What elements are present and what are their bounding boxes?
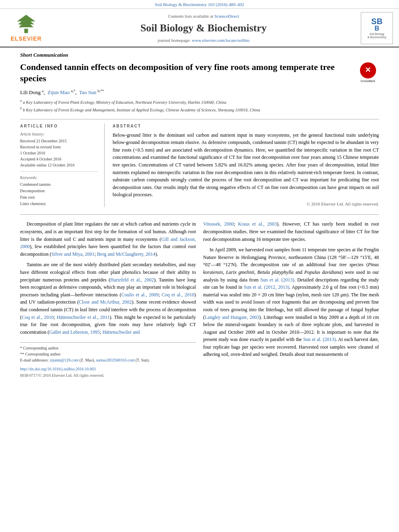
email-2-link[interactable]: suntao2832940163.com <box>96 358 135 362</box>
keywords-section: Keywords: Condensed tannins Decompositio… <box>20 175 98 207</box>
footnote-email-line: E-mail addresses: zijunm@126.com (Z. Mao… <box>20 357 196 363</box>
main-body-columns: Decomposition of plant litter regulates … <box>20 214 379 378</box>
affiliation-b: b b Key Laboratory of Forest Ecology and… <box>20 106 379 113</box>
svg-rect-0 <box>24 29 28 33</box>
abstract-panel: ABSTRACT Below-ground litter is the domi… <box>113 123 379 207</box>
affiliation-a: a a Key Laboratory of Forest Plant Ecolo… <box>20 99 379 105</box>
history-label: Article history: <box>20 131 98 137</box>
journal-title: Soil Biology & Biochemistry <box>140 21 267 35</box>
email-1-link[interactable]: zijunm@126.com <box>49 358 78 362</box>
ref-hartzfeld[interactable]: Hartzfeld et al., 2002 <box>110 277 154 283</box>
crossmark-badge[interactable]: ✕ CrossMark <box>357 62 379 84</box>
elsevier-tree-icon <box>14 14 38 34</box>
abstract-text: Below-ground litter is the dominant soil… <box>113 131 379 199</box>
ref-coq-2010b[interactable]: Coq et al., 2010 <box>22 314 54 320</box>
journal-center-info: Contents lists available at ScienceDirec… <box>52 12 355 44</box>
info-divider <box>20 171 98 172</box>
footnote-corresponding-1: * Corresponding author. <box>20 345 196 351</box>
keyword-4: Litter chemistry <box>20 201 98 207</box>
logo-letters: SB <box>371 17 383 25</box>
body-left-column: Decomposition of plant litter regulates … <box>20 220 196 378</box>
author-zijun-link[interactable]: Zijun Mao <box>47 89 70 95</box>
article-info-panel: ARTICLE INFO Article history: Received 2… <box>20 123 105 207</box>
ref-vitousek[interactable]: Vitousek, 2000 <box>203 221 234 227</box>
article-history-section: Article history: Received 21 December 20… <box>20 131 98 168</box>
crossmark-label: CrossMark <box>360 79 375 83</box>
article-type: Short Communication <box>20 51 379 59</box>
ref-coulis[interactable]: Coulis et al., 2009 <box>121 292 158 298</box>
logo-subtitle: Soil Biology& Biochemistry <box>368 33 387 39</box>
article-body: Short Communication Condensed tannin eff… <box>0 47 399 382</box>
logo-letters-b: B <box>374 25 379 32</box>
journal-logo-area: SB B Soil Biology& Biochemistry <box>355 12 399 44</box>
journal-logo-box: SB B Soil Biology& Biochemistry <box>361 12 393 44</box>
contents-available-line: Contents lists available at ScienceDirec… <box>168 13 239 19</box>
article-info-heading: ARTICLE INFO <box>20 123 98 129</box>
ref-gallet[interactable]: Gallet and Lebreton, 1995 <box>49 329 100 335</box>
keyword-2: Decomposition <box>20 188 98 194</box>
sciencedirect-link[interactable]: ScienceDirect <box>214 14 239 18</box>
ref-hattenschwiler[interactable]: Hättenschwiler et al., 2011 <box>57 314 110 320</box>
journal-reference-text: Soil Biology & Biochemistry 103 (2016) 4… <box>155 2 244 7</box>
ref-coq-2010[interactable]: Coq et al., 2010 <box>162 292 194 298</box>
ref-gill-jackson[interactable]: Gill and Jackson, 2000 <box>20 236 196 250</box>
article-title-text: Condensed tannin effects on decompositio… <box>20 62 335 84</box>
email-1-name: (Z. Mao), <box>80 358 95 362</box>
journal-header: ELSEVIER Contents lists available at Sci… <box>0 9 399 47</box>
journal-homepage-line: journal homepage: www.elsevier.com/locat… <box>158 37 249 43</box>
body-para-1: Decomposition of plant litter regulates … <box>20 220 196 258</box>
elsevier-logo-area: ELSEVIER <box>0 12 52 44</box>
keyword-1: Condensed tannins <box>20 181 98 188</box>
accepted-date: Accepted 4 October 2016 <box>20 156 98 162</box>
footnotes-area: * Corresponding author. ** Corresponding… <box>20 342 196 363</box>
contents-label: Contents lists available at <box>168 14 213 18</box>
doi-line[interactable]: http://dx.doi.org/10.1016/j.soilbio.2016… <box>20 366 196 372</box>
ref-langley[interactable]: Langley and Hungate, 2003 <box>205 314 259 320</box>
email-2-name: (T. Sun). <box>136 358 150 362</box>
keyword-3: Fine root <box>20 194 98 201</box>
issn-line: 0038-0717/© 2016 Elsevier Ltd. All right… <box>20 373 196 378</box>
abstract-heading: ABSTRACT <box>113 123 379 129</box>
body-para-2: Tannins are one of the most widely distr… <box>20 261 196 336</box>
svg-point-4 <box>20 23 22 25</box>
author-tao-link[interactable]: Tao Sun <box>79 89 97 95</box>
body-para-right-2: In April 2009, we harvested root samples… <box>203 246 379 358</box>
authors-line: Lili Dong a, Zijun Mao a,*, Tao Sun b,** <box>20 88 379 97</box>
footnote-corresponding-2: ** Corresponding author. <box>20 351 196 357</box>
ref-sun-2013b[interactable]: Sun et al. (2013) <box>303 337 336 342</box>
ref-berg[interactable]: Berg and McClaugherty, 2014 <box>97 251 155 257</box>
ref-silver-miya[interactable]: Silver and Miya, 2001 <box>51 251 95 257</box>
journal-reference-bar: Soil Biology & Biochemistry 103 (2016) 4… <box>0 0 399 9</box>
body-para-right-1: Vitousek, 2000; Kraus et al., 2003). How… <box>203 220 379 243</box>
article-info-abstract-section: ARTICLE INFO Article history: Received 2… <box>20 119 379 207</box>
received-revised-date: Received in revised form1 October 2016 <box>20 144 98 156</box>
elsevier-wordmark: ELSEVIER <box>10 35 41 43</box>
ref-sun-2012[interactable]: Sun et al. (2012, 2013) <box>244 284 289 290</box>
elsevier-logo: ELSEVIER <box>10 14 41 43</box>
article-title: Condensed tannin effects on decompositio… <box>20 62 379 84</box>
ref-close[interactable]: Close and McArthur, 2002 <box>79 299 132 305</box>
copyright-line: © 2016 Elsevier Ltd. All rights reserved… <box>113 201 379 207</box>
body-right-column: Vitousek, 2000; Kraus et al., 2003). How… <box>203 220 379 378</box>
received-date: Received 21 December 2015 <box>20 138 98 144</box>
crossmark-icon: ✕ <box>360 62 376 78</box>
available-date: Available online 12 October 2016 <box>20 162 98 168</box>
ref-sun-2013[interactable]: Sun et al. (2013) <box>260 277 294 283</box>
ref-hattenschwiler2[interactable]: Hättenschwiler and <box>103 329 140 335</box>
keywords-label: Keywords: <box>20 175 98 181</box>
homepage-link[interactable]: www.elsevier.com/locate/soilbio <box>192 38 249 43</box>
homepage-label: journal homepage: <box>158 38 191 43</box>
email-label: E-mail addresses: <box>20 358 49 362</box>
ref-kraus[interactable]: Kraus et al., 2003 <box>238 221 277 227</box>
